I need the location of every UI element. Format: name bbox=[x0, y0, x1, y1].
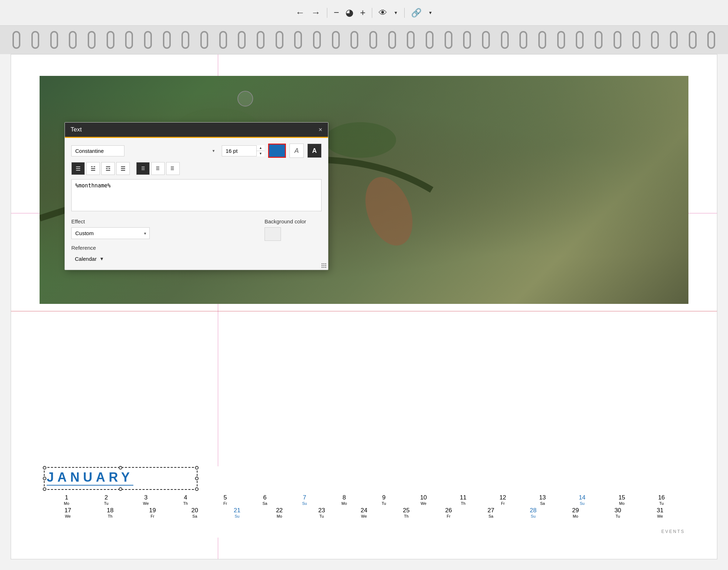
spiral-ring bbox=[670, 31, 678, 49]
spiral-ring bbox=[651, 31, 659, 49]
cal-day-2: 2Tu bbox=[90, 494, 122, 506]
bold-button[interactable]: A bbox=[307, 144, 322, 158]
spiral-ring bbox=[576, 31, 584, 49]
spacing-loose-button[interactable]: ☰ bbox=[166, 162, 180, 175]
italic-button[interactable]: A bbox=[289, 144, 304, 158]
reference-dropdown[interactable]: Calendar ▼ bbox=[71, 254, 250, 264]
font-family-wrapper: Constantine Arial Times New Roman bbox=[71, 145, 218, 156]
spiral-ring bbox=[369, 31, 377, 49]
cal-day-23: 23Tu bbox=[306, 507, 338, 518]
calendar-row-2: 17We 18Th 19Fr 20Sa 21Su 22Mo 23Tu 24We … bbox=[47, 507, 681, 518]
resize-dot bbox=[325, 263, 326, 264]
spiral-ring bbox=[313, 31, 321, 49]
cal-day-26: 26Fr bbox=[432, 507, 465, 518]
cal-day-28: 28Su bbox=[517, 507, 549, 518]
eye-button[interactable]: 👁 bbox=[379, 8, 387, 18]
notebook: JANUARY 1Mo 2Tu 3We bbox=[0, 26, 728, 570]
align-center-button[interactable]: ☱ bbox=[86, 162, 100, 175]
cursor-circle bbox=[237, 91, 253, 107]
bg-color-column: Background color bbox=[265, 218, 322, 241]
cal-day-29: 29Mo bbox=[559, 507, 591, 518]
font-row: Constantine Arial Times New Roman ▲ ▼ bbox=[71, 144, 322, 158]
spiral-ring bbox=[200, 31, 208, 49]
resize-dot bbox=[325, 265, 326, 266]
spiral-ring bbox=[482, 31, 490, 49]
spiral-ring bbox=[107, 31, 114, 49]
font-family-select[interactable]: Constantine Arial Times New Roman bbox=[71, 145, 124, 156]
cal-day-14: 14Su bbox=[566, 494, 598, 506]
events-label: EVENTS bbox=[661, 529, 685, 534]
cal-day-25: 25Th bbox=[390, 507, 422, 518]
plus-button[interactable]: + bbox=[360, 7, 365, 18]
spiral-ring bbox=[144, 31, 152, 49]
resize-dot bbox=[323, 265, 324, 266]
cal-day-11: 11Th bbox=[447, 494, 479, 506]
link-button[interactable]: 🔗 bbox=[411, 8, 422, 18]
reference-label: Reference bbox=[71, 245, 250, 251]
align-row: ☰ ☱ ☲ ☰ ☰ ☰ ☰ bbox=[71, 162, 322, 175]
resize-dot bbox=[325, 267, 326, 268]
font-size-down-button[interactable]: ▼ bbox=[257, 151, 265, 156]
spiral-ring bbox=[388, 31, 396, 49]
align-right-button[interactable]: ☲ bbox=[101, 162, 115, 175]
toolbar: ← → − ◕ + 👁 ▼ 🔗 ▼ bbox=[0, 0, 728, 26]
effect-label: Effect bbox=[71, 218, 250, 224]
cal-day-13: 13Sa bbox=[527, 494, 559, 506]
font-size-wrapper: ▲ ▼ bbox=[222, 145, 265, 156]
cal-day-10: 10We bbox=[407, 494, 440, 506]
spiral-ring bbox=[88, 31, 96, 49]
spiral-ring bbox=[50, 31, 58, 49]
cal-day-27: 27Sa bbox=[475, 507, 507, 518]
effect-select[interactable]: Custom None Fade Slide bbox=[71, 227, 150, 239]
cal-day-4: 4Th bbox=[169, 494, 201, 506]
font-size-up-button[interactable]: ▲ bbox=[257, 145, 265, 151]
effect-select-wrapper: Custom None Fade Slide bbox=[71, 227, 150, 239]
spiral-ring bbox=[557, 31, 565, 49]
svg-point-15 bbox=[325, 122, 396, 158]
cal-day-1: 1Mo bbox=[51, 494, 83, 506]
text-content-input[interactable]: %monthname% bbox=[71, 179, 322, 211]
resize-handle[interactable] bbox=[322, 263, 327, 268]
calendar-area: JANUARY 1Mo 2Tu 3We bbox=[40, 466, 688, 538]
spiral-ring bbox=[595, 31, 603, 49]
dialog-title: Text bbox=[71, 126, 82, 133]
spacing-compact-button[interactable]: ☰ bbox=[136, 162, 150, 175]
cal-day-6: 6Sa bbox=[249, 494, 281, 506]
spiral-ring bbox=[614, 31, 621, 49]
align-justify-button[interactable]: ☰ bbox=[116, 162, 130, 175]
color-swatch bbox=[269, 145, 285, 157]
effect-bgcol-row: Effect Custom None Fade Slide Reference bbox=[71, 218, 322, 264]
resize-dot bbox=[323, 267, 324, 268]
spiral-ring bbox=[632, 31, 640, 49]
bg-color-inner bbox=[265, 228, 281, 240]
spiral-ring bbox=[501, 31, 509, 49]
eye-dropdown-button[interactable]: ▼ bbox=[394, 10, 398, 15]
link-dropdown-button[interactable]: ▼ bbox=[428, 10, 432, 15]
spiral-ring bbox=[181, 31, 189, 49]
redo-button[interactable]: → bbox=[311, 7, 321, 18]
text-dialog: Text × Constantine Arial Times New Roman bbox=[65, 122, 328, 270]
guide-horizontal-red bbox=[11, 311, 717, 311]
bg-color-swatch[interactable] bbox=[265, 227, 281, 241]
cal-day-5: 5Fr bbox=[209, 494, 241, 506]
bg-color-label: Background color bbox=[265, 218, 322, 224]
spiral-ring bbox=[463, 31, 471, 49]
cal-day-18: 18Th bbox=[94, 507, 126, 518]
spiral-ring bbox=[707, 31, 715, 49]
resize-dot bbox=[322, 263, 323, 264]
spiral-ring bbox=[31, 31, 39, 49]
color-picker-button[interactable] bbox=[268, 144, 286, 158]
spiral-ring bbox=[350, 31, 358, 49]
spiral-ring bbox=[12, 31, 20, 49]
minus-button[interactable]: − bbox=[334, 7, 339, 18]
spacing-medium-button[interactable]: ☰ bbox=[151, 162, 165, 175]
dialog-close-button[interactable]: × bbox=[318, 126, 322, 133]
divider-2 bbox=[372, 8, 372, 18]
undo-button[interactable]: ← bbox=[296, 7, 305, 18]
align-left-button[interactable]: ☰ bbox=[71, 162, 85, 175]
align-separator bbox=[131, 162, 135, 175]
reference-value: Calendar bbox=[75, 256, 97, 262]
cal-day-7: 7Su bbox=[288, 494, 321, 506]
search-circle-icon[interactable]: ◕ bbox=[345, 7, 354, 18]
spiral-ring bbox=[69, 31, 77, 49]
